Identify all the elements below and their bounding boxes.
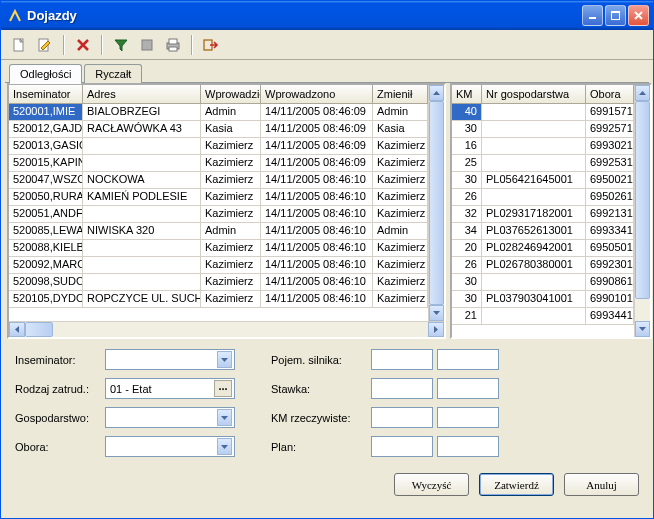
table-cell[interactable]: 520015,KAPIN [9,155,83,172]
table-cell[interactable]: Kazimierz [201,172,261,189]
edit-button[interactable] [33,33,57,57]
table-cell[interactable]: 14/11/2005 08:46:09 [261,155,373,172]
table-cell[interactable]: 14/11/2005 08:46:10 [261,257,373,274]
table-cell[interactable]: 26 [452,257,482,274]
table-cell[interactable]: NIWISKA 320 [83,223,201,240]
table-cell[interactable]: Kazimierz [201,155,261,172]
scroll-up-icon[interactable] [635,85,650,101]
table-cell[interactable]: RACŁAWÓWKA 43 [83,121,201,138]
table-row[interactable]: 26PL0267803800016992301 [452,257,634,274]
column-header[interactable]: Zmienił [373,85,428,103]
table-cell[interactable] [482,121,586,138]
table-cell[interactable]: Admin [201,223,261,240]
print-button[interactable] [161,33,185,57]
table-row[interactable]: 520047,WSZONOCKOWAKazimierz14/11/2005 08… [9,172,428,189]
table-cell[interactable]: KAMIEŃ PODLESIE [83,189,201,206]
table-row[interactable]: 32PL0293171820016992131 [452,206,634,223]
table-cell[interactable]: 6993021 [586,138,634,155]
input-km-b[interactable] [437,407,499,428]
table-cell[interactable]: Kazimierz [201,257,261,274]
table-cell[interactable] [482,308,586,325]
table-cell[interactable]: Kazimierz [373,240,428,257]
column-header[interactable]: Adres [83,85,201,103]
new-button[interactable] [7,33,31,57]
table-cell[interactable]: 14/11/2005 08:46:10 [261,206,373,223]
table-row[interactable]: 30PL0564216450016950021 [452,172,634,189]
table-row[interactable]: 520098,SUDCKazimierz14/11/2005 08:46:10K… [9,274,428,291]
table-cell[interactable]: 30 [452,274,482,291]
table-cell[interactable]: 14/11/2005 08:46:09 [261,104,373,121]
table-cell[interactable]: Admin [373,104,428,121]
table-cell[interactable]: 32 [452,206,482,223]
table-cell[interactable] [83,274,201,291]
table-cell[interactable]: 14/11/2005 08:46:09 [261,121,373,138]
table-cell[interactable]: 14/11/2005 08:46:10 [261,291,373,308]
combo-rodzaj[interactable]: 01 - Etat ··· [105,378,235,399]
table-row[interactable]: 306990861 [452,274,634,291]
table-cell[interactable]: Kazimierz [201,138,261,155]
column-header[interactable]: Wprowadzono [261,85,373,103]
table-cell[interactable]: 6950501 [586,240,634,257]
chevron-down-icon[interactable] [217,438,232,455]
table-cell[interactable] [83,206,201,223]
table-row[interactable]: 20PL0282469420016950501 [452,240,634,257]
table-cell[interactable]: Kasia [373,121,428,138]
table-row[interactable]: 520050,RURAKAMIEŃ PODLESIEKazimierz14/11… [9,189,428,206]
table-cell[interactable]: Admin [373,223,428,240]
table-cell[interactable]: 30 [452,291,482,308]
table-cell[interactable]: 520001,IMIE [9,104,83,121]
grid-right[interactable]: KMNr gospodarstwaObora 40699157130699257… [450,83,652,339]
maximize-button[interactable] [605,5,626,26]
table-cell[interactable]: 14/11/2005 08:46:10 [261,274,373,291]
chevron-down-icon[interactable] [217,409,232,426]
table-cell[interactable]: 34 [452,223,482,240]
table-cell[interactable]: Admin [201,104,261,121]
vscrollbar[interactable] [428,85,444,321]
table-cell[interactable]: 6992571 [586,121,634,138]
column-header[interactable]: Obora [586,85,634,103]
table-row[interactable]: 256992531 [452,155,634,172]
table-cell[interactable]: PL028246942001 [482,240,586,257]
table-cell[interactable]: 26 [452,189,482,206]
table-cell[interactable]: 6950261 [586,189,634,206]
table-cell[interactable]: 6950021 [586,172,634,189]
table-cell[interactable]: 520088,KIELB [9,240,83,257]
table-cell[interactable]: Kazimierz [373,291,428,308]
table-cell[interactable]: PL037652613001 [482,223,586,240]
delete-button[interactable] [71,33,95,57]
table-cell[interactable]: 14/11/2005 08:46:10 [261,223,373,240]
table-cell[interactable]: 520050,RURA [9,189,83,206]
table-cell[interactable]: 20 [452,240,482,257]
table-cell[interactable] [482,274,586,291]
chevron-down-icon[interactable] [217,351,232,368]
table-cell[interactable]: 14/11/2005 08:46:10 [261,172,373,189]
table-cell[interactable]: Kazimierz [373,274,428,291]
input-pojem-a[interactable] [371,349,433,370]
table-cell[interactable] [83,240,201,257]
table-cell[interactable]: 520098,SUDC [9,274,83,291]
input-stawka-a[interactable] [371,378,433,399]
table-row[interactable]: 306992571 [452,121,634,138]
table-cell[interactable]: 6990101 [586,291,634,308]
table-cell[interactable] [482,104,586,121]
table-cell[interactable]: 21 [452,308,482,325]
combo-inseminator[interactable] [105,349,235,370]
stop-button[interactable] [135,33,159,57]
table-cell[interactable]: Kazimierz [373,257,428,274]
table-cell[interactable]: Kazimierz [373,172,428,189]
hscrollbar[interactable] [9,321,444,337]
table-row[interactable]: 520085,LEWANIWISKA 320Admin14/11/2005 08… [9,223,428,240]
table-row[interactable]: 520051,ANDFKazimierz14/11/2005 08:46:10K… [9,206,428,223]
table-cell[interactable]: Kazimierz [373,206,428,223]
table-cell[interactable]: ROPCZYCE UL. SUCH [83,291,201,308]
table-cell[interactable]: NOCKOWA [83,172,201,189]
table-row[interactable]: 520015,KAPINKazimierz14/11/2005 08:46:09… [9,155,428,172]
table-cell[interactable]: 520013,GASIO [9,138,83,155]
combo-gospodarstwo[interactable] [105,407,235,428]
table-row[interactable]: 520001,IMIEBIALOBRZEGIAdmin14/11/2005 08… [9,104,428,121]
scroll-up-icon[interactable] [429,85,444,101]
table-cell[interactable]: 6990861 [586,274,634,291]
table-cell[interactable]: PL026780380001 [482,257,586,274]
close-button[interactable] [628,5,649,26]
table-cell[interactable]: Kazimierz [373,155,428,172]
